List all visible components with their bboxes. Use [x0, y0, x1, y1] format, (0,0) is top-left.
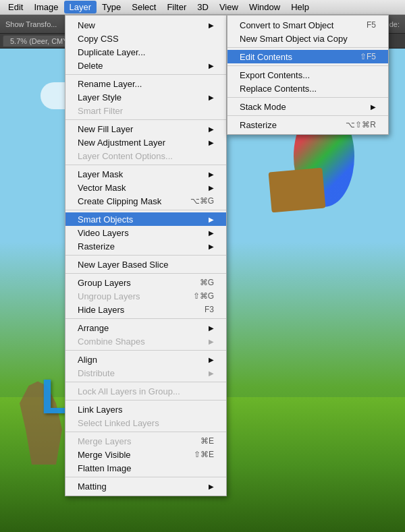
menu-item-matting[interactable]: Matting ▶	[65, 479, 226, 493]
submenu-item-rasterize[interactable]: Rasterize ⌥⇧⌘R	[227, 118, 388, 131]
menu-item-combine-shapes: Combine Shapes ▶	[65, 334, 226, 348]
arrange-arrow: ▶	[209, 324, 214, 332]
menu-item-flatten[interactable]: Flatten Image	[65, 461, 226, 475]
submenu-separator-3	[227, 97, 388, 98]
video-layers-arrow: ▶	[209, 229, 214, 237]
menu-item-vector-mask[interactable]: Vector Mask ▶	[65, 181, 226, 194]
submenu-separator-1	[227, 47, 388, 48]
adjustment-arrow: ▶	[209, 139, 214, 146]
menu-item-rename[interactable]: Rename Layer...	[65, 77, 226, 90]
menu-item-layer-style[interactable]: Layer Style ▶	[65, 90, 226, 104]
merge-visible-shortcut: ⇧⌘E	[194, 450, 214, 459]
menu-item-group-layers[interactable]: Group Layers ⌘G	[65, 276, 226, 289]
layer-dropdown-menu: New ▶ Copy CSS Duplicate Layer... Delete…	[65, 15, 227, 496]
menu-type[interactable]: Type	[97, 1, 126, 13]
menu-item-select-linked: Select Linked Layers	[65, 416, 226, 430]
menu-select[interactable]: Select	[126, 1, 161, 13]
sign-board	[269, 168, 326, 213]
separator-11	[65, 432, 226, 432]
vector-mask-arrow: ▶	[209, 184, 214, 191]
submenu-separator-4	[227, 115, 388, 116]
menu-item-new[interactable]: New ▶	[65, 18, 226, 32]
menu-item-duplicate[interactable]: Duplicate Layer...	[65, 45, 226, 59]
submenu-item-new-via-copy[interactable]: New Smart Object via Copy	[227, 32, 388, 45]
menu-item-copy-css[interactable]: Copy CSS	[65, 32, 226, 45]
separator-5	[65, 255, 226, 256]
group-layers-shortcut: ⌘G	[200, 278, 214, 287]
layer-style-arrow: ▶	[209, 94, 214, 101]
stack-mode-arrow: ▶	[371, 103, 376, 111]
menu-item-smart-objects[interactable]: Smart Objects ▶	[65, 212, 226, 226]
submenu-arrow: ▶	[209, 22, 214, 29]
edit-contents-shortcut: ⇧F5	[360, 52, 376, 61]
separator-6	[65, 273, 226, 274]
menu-edit[interactable]: Edit	[3, 1, 28, 13]
menu-item-align[interactable]: Align ▶	[65, 353, 226, 366]
menu-item-distribute: Distribute ▶	[65, 366, 226, 380]
ungroup-layers-shortcut: ⇧⌘G	[193, 291, 214, 301]
menu-3d[interactable]: 3D	[192, 1, 214, 13]
submenu-item-export[interactable]: Export Contents...	[227, 68, 388, 82]
distribute-arrow: ▶	[209, 370, 214, 377]
menu-item-content-options: Layer Content Options...	[65, 149, 226, 162]
menu-item-arrange[interactable]: Arrange ▶	[65, 321, 226, 334]
menu-help[interactable]: Help	[286, 1, 315, 13]
menu-item-hide-layers[interactable]: Hide Layers F3	[65, 303, 226, 316]
menu-item-ungroup-layers: Ungroup Layers ⇧⌘G	[65, 289, 226, 303]
menu-filter[interactable]: Filter	[161, 1, 192, 13]
clipping-mask-shortcut: ⌥⌘G	[190, 196, 214, 206]
separator-12	[65, 477, 226, 477]
menu-item-lock-all: Lock All Layers in Group...	[65, 384, 226, 398]
smart-objects-arrow: ▶	[209, 216, 214, 223]
menu-item-merge-layers: Merge Layers ⌘E	[65, 434, 226, 448]
matting-arrow: ▶	[209, 483, 214, 490]
menu-item-rasterize[interactable]: Rasterize ▶	[65, 239, 226, 253]
convert-shortcut: F5	[367, 20, 376, 30]
menu-item-layer-mask[interactable]: Layer Mask ▶	[65, 167, 226, 181]
menu-window[interactable]: Window	[244, 1, 286, 13]
new-fill-arrow: ▶	[209, 125, 214, 133]
menu-item-link-layers[interactable]: Link Layers	[65, 403, 226, 416]
menu-item-clipping-mask[interactable]: Create Clipping Mask ⌥⌘G	[65, 194, 226, 208]
submenu-item-convert[interactable]: Convert to Smart Object F5	[227, 18, 388, 32]
menu-item-new-adjustment[interactable]: New Adjustment Layer ▶	[65, 136, 226, 149]
menu-item-new-fill[interactable]: New Fill Layer ▶	[65, 122, 226, 136]
hide-layers-shortcut: F3	[205, 305, 214, 314]
smart-objects-submenu: Convert to Smart Object F5 New Smart Obj…	[227, 15, 389, 135]
separator-7	[65, 318, 226, 319]
menu-view[interactable]: View	[214, 1, 244, 13]
separator-10	[65, 400, 226, 401]
menu-item-merge-visible[interactable]: Merge Visible ⇧⌘E	[65, 448, 226, 461]
menubar: Edit Image Layer Type Select Filter 3D V…	[0, 0, 405, 15]
separator-4	[65, 210, 226, 210]
combine-arrow: ▶	[209, 338, 214, 345]
submenu-separator-2	[227, 65, 388, 66]
separator-2	[65, 119, 226, 120]
menu-item-video-layers[interactable]: Video Layers ▶	[65, 226, 226, 239]
rasterize-shortcut: ⌥⇧⌘R	[346, 120, 376, 129]
menu-image[interactable]: Image	[28, 1, 63, 13]
merge-layers-shortcut: ⌘E	[200, 436, 214, 446]
layer-mask-arrow: ▶	[209, 171, 214, 178]
submenu-item-edit-contents[interactable]: Edit Contents ⇧F5	[227, 50, 388, 63]
submenu-item-replace[interactable]: Replace Contents...	[227, 82, 388, 95]
submenu-item-stack-mode[interactable]: Stack Mode ▶	[227, 100, 388, 113]
menu-item-delete[interactable]: Delete ▶	[65, 59, 226, 72]
separator-3	[65, 165, 226, 165]
menu-item-smart-filter: Smart Filter	[65, 104, 226, 117]
align-arrow: ▶	[209, 356, 214, 363]
separator-1	[65, 74, 226, 75]
menu-item-new-slice[interactable]: New Layer Based Slice	[65, 258, 226, 271]
separator-9	[65, 382, 226, 382]
delete-arrow: ▶	[209, 62, 214, 69]
toolbar-transform: Show Transfo...	[5, 20, 57, 28]
separator-8	[65, 350, 226, 351]
rasterize-arrow: ▶	[209, 243, 214, 250]
menu-layer[interactable]: Layer	[64, 1, 97, 13]
